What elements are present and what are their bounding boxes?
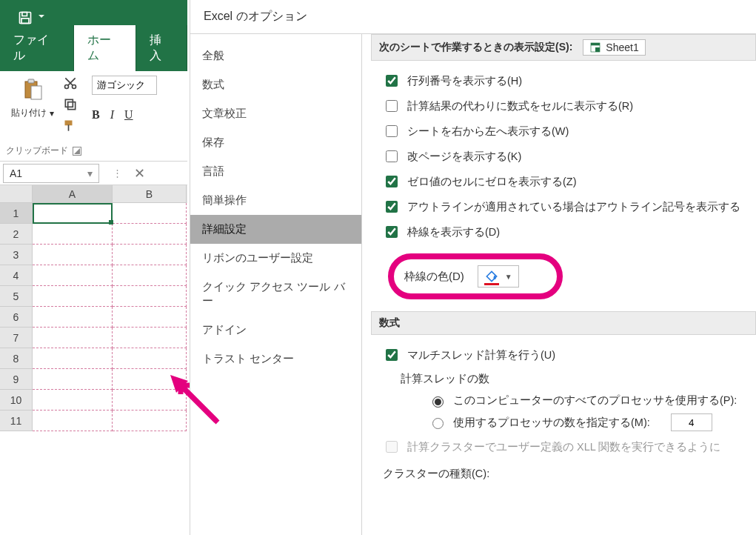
worksheet-grid[interactable]: A B 1234567891011 xyxy=(0,185,187,431)
cell[interactable] xyxy=(33,411,113,431)
cell[interactable] xyxy=(113,203,187,224)
column-header-A[interactable]: A xyxy=(33,185,113,203)
show-page-breaks-checkbox[interactable]: 改ページを表示する(K) xyxy=(371,144,756,169)
show-formulas-checkbox[interactable]: 計算結果の代わりに数式をセルに表示する(R) xyxy=(371,93,756,119)
options-sidebar-item[interactable]: 保存 xyxy=(190,128,361,157)
cell[interactable] xyxy=(33,224,113,245)
cell[interactable] xyxy=(113,245,187,265)
options-sidebar-item[interactable]: 簡単操作 xyxy=(190,186,361,215)
options-sidebar-item[interactable]: 詳細設定 xyxy=(190,215,361,244)
name-box[interactable]: A1 ▾ xyxy=(3,164,99,183)
cell[interactable] xyxy=(33,390,113,411)
cell[interactable] xyxy=(113,348,187,369)
options-sidebar-item[interactable]: 言語 xyxy=(190,157,361,186)
options-sidebar-item[interactable]: トラスト センター xyxy=(190,345,361,373)
cell[interactable] xyxy=(113,307,187,328)
row-header[interactable]: 6 xyxy=(0,307,33,328)
show-zero-values-checkbox[interactable]: ゼロ値のセルにゼロを表示する(Z) xyxy=(371,169,756,194)
cell[interactable] xyxy=(113,390,187,411)
options-sidebar-item[interactable]: アドイン xyxy=(190,316,361,345)
row-header[interactable]: 2 xyxy=(0,224,33,245)
ribbon: 貼り付け▾ クリップボード xyxy=(0,71,187,162)
paste-button[interactable]: 貼り付け▾ xyxy=(10,76,56,121)
grid-row: 7 xyxy=(0,328,187,348)
processor-count-input[interactable] xyxy=(671,413,712,431)
cell[interactable] xyxy=(113,328,187,348)
qat-dropdown-icon[interactable] xyxy=(39,15,44,21)
paste-label: 貼り付け xyxy=(11,107,47,119)
tab-file[interactable]: ファイル xyxy=(0,25,74,71)
cell[interactable] xyxy=(33,328,113,348)
options-sidebar-item[interactable]: 数式 xyxy=(190,70,361,99)
save-icon[interactable] xyxy=(18,10,33,25)
chevron-down-icon: ▼ xyxy=(505,273,512,281)
sheet-selector[interactable]: Sheet1 xyxy=(583,39,645,56)
multithread-checkbox[interactable]: マルチスレッド計算を行う(U) xyxy=(371,342,756,368)
row-header[interactable]: 7 xyxy=(0,328,33,348)
row-header[interactable]: 10 xyxy=(0,390,33,411)
name-box-value: A1 xyxy=(10,167,22,179)
show-row-col-headers-checkbox[interactable]: 行列番号を表示する(H) xyxy=(371,68,756,93)
cell[interactable] xyxy=(33,203,113,224)
grid-row: 5 xyxy=(0,286,187,307)
select-all-button[interactable] xyxy=(0,185,33,203)
options-sidebar-item[interactable]: クイック アクセス ツール バー xyxy=(190,273,361,316)
cell[interactable] xyxy=(113,369,187,390)
cell[interactable] xyxy=(33,307,113,328)
row-header[interactable]: 8 xyxy=(0,348,33,369)
gridline-color-button[interactable]: ▼ xyxy=(478,265,519,288)
cell[interactable] xyxy=(33,265,113,286)
cell[interactable] xyxy=(33,348,113,369)
svg-rect-5 xyxy=(31,86,41,99)
row-header[interactable]: 11 xyxy=(0,411,33,431)
grid-row: 8 xyxy=(0,348,187,369)
options-sidebar-item[interactable]: リボンのユーザー設定 xyxy=(190,244,361,273)
gridline-color-highlight: 枠線の色(D) ▼ xyxy=(388,253,563,299)
options-sidebar: 全般数式文章校正保存言語簡単操作詳細設定リボンのユーザー設定クイック アクセス … xyxy=(190,33,362,535)
dialog-launcher-icon[interactable] xyxy=(73,147,81,156)
grid-row: 6 xyxy=(0,307,187,328)
use-all-processors-radio[interactable]: このコンピューターのすべてのプロセッサを使用する(P): xyxy=(371,391,756,411)
underline-button[interactable]: U xyxy=(124,108,133,122)
cell[interactable] xyxy=(33,286,113,307)
row-header[interactable]: 9 xyxy=(0,369,33,390)
ribbon-tabs: ファイル ホーム 挿入 xyxy=(0,36,187,71)
copy-icon[interactable] xyxy=(63,97,78,114)
tab-home[interactable]: ホーム xyxy=(74,25,136,71)
sheet-section-label: 次のシートで作業するときの表示設定(S): xyxy=(379,41,572,54)
show-gridlines-checkbox[interactable]: 枠線を表示する(D) xyxy=(371,219,756,245)
use-custom-processors-radio[interactable]: 使用するプロセッサの数を指定する(M): xyxy=(371,411,756,434)
row-header[interactable]: 3 xyxy=(0,245,33,265)
grid-row: 4 xyxy=(0,265,187,286)
row-header[interactable]: 4 xyxy=(0,265,33,286)
grid-row: 10 xyxy=(0,390,187,411)
row-header[interactable]: 5 xyxy=(0,286,33,307)
italic-button[interactable]: I xyxy=(110,108,114,122)
cell[interactable] xyxy=(33,369,113,390)
svg-rect-8 xyxy=(68,102,76,110)
font-name-input[interactable] xyxy=(92,76,157,95)
options-sidebar-item[interactable]: 文章校正 xyxy=(190,99,361,128)
clipboard-label: クリップボード xyxy=(6,144,68,157)
sheet-display-section-header: 次のシートで作業するときの表示設定(S): Sheet1 xyxy=(371,34,756,61)
cut-icon[interactable] xyxy=(63,76,78,93)
bold-button[interactable]: B xyxy=(92,108,100,122)
rtl-sheet-checkbox[interactable]: シートを右から左へ表示する(W) xyxy=(371,119,756,144)
tab-insert[interactable]: 挿入 xyxy=(136,25,187,71)
dialog-title: Excel のオプション xyxy=(190,0,756,33)
column-header-B[interactable]: B xyxy=(113,185,187,203)
cancel-icon[interactable]: ✕ xyxy=(134,165,145,182)
cell[interactable] xyxy=(113,286,187,307)
show-outline-symbols-checkbox[interactable]: アウトラインが適用されている場合はアウトライン記号を表示する xyxy=(371,194,756,219)
format-painter-icon[interactable] xyxy=(63,119,78,136)
cell[interactable] xyxy=(113,265,187,286)
svg-rect-12 xyxy=(595,47,600,52)
excel-window: ファイル ホーム 挿入 貼り付け▾ xyxy=(0,0,187,535)
cell[interactable] xyxy=(113,411,187,431)
cell[interactable] xyxy=(33,245,113,265)
options-sidebar-item[interactable]: 全般 xyxy=(190,41,361,70)
formulas-section-header: 数式 xyxy=(371,311,756,335)
cell[interactable] xyxy=(113,224,187,245)
row-header[interactable]: 1 xyxy=(0,203,33,224)
grid-row: 2 xyxy=(0,224,187,245)
